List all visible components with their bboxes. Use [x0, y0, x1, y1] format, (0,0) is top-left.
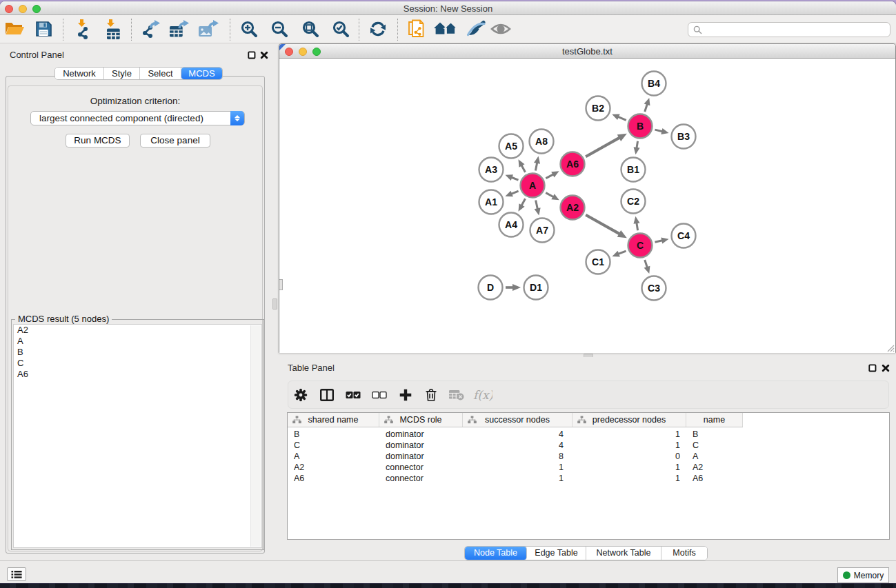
graph-node-C4[interactable]: C4: [672, 224, 696, 248]
graph-edge-A2-C[interactable]: [586, 215, 627, 238]
tab-style[interactable]: Style: [104, 68, 140, 79]
zoom-selected-icon[interactable]: [329, 17, 352, 41]
tab-select[interactable]: Select: [140, 68, 181, 79]
float-panel-icon[interactable]: [248, 51, 256, 59]
first-neighbors-icon[interactable]: [434, 17, 457, 41]
graph-node-A2[interactable]: A2: [561, 196, 585, 220]
tab-mcds[interactable]: MCDS: [181, 68, 222, 79]
mcds-result-item[interactable]: A6: [14, 369, 261, 380]
graph-edge-C-C2[interactable]: [633, 216, 639, 231]
export-image-icon[interactable]: [197, 17, 220, 41]
import-network-icon[interactable]: [71, 17, 94, 41]
run-mcds-button[interactable]: Run MCDS: [66, 134, 130, 148]
zoom-fit-icon[interactable]: [299, 17, 322, 41]
split-columns-icon[interactable]: [320, 389, 334, 401]
graph-node-B[interactable]: B: [628, 114, 653, 139]
add-column-icon[interactable]: [400, 389, 412, 401]
graph-node-A6[interactable]: A6: [561, 152, 585, 176]
close-panel-icon[interactable]: [260, 51, 268, 59]
graph-node-C1[interactable]: C1: [586, 250, 610, 274]
mcds-list-scrollbar[interactable]: [250, 325, 261, 547]
graph-node-B3[interactable]: B3: [672, 125, 696, 149]
graph-edge-B-B3[interactable]: [655, 128, 668, 134]
column-header-successor-nodes[interactable]: successor nodes: [463, 413, 573, 427]
graph-edge-A6-B[interactable]: [586, 134, 627, 156]
graph-node-A1[interactable]: A1: [479, 190, 504, 214]
hide-style-icon[interactable]: [464, 17, 488, 41]
graph-node-B2[interactable]: B2: [586, 97, 610, 121]
table-row-A6[interactable]: A6connector11A6: [288, 473, 743, 484]
graph-edge-A-A7[interactable]: [535, 201, 541, 216]
navigator-grip[interactable]: [279, 279, 283, 290]
graph-edge-A-A4[interactable]: [519, 199, 526, 211]
zoom-in-icon[interactable]: [237, 17, 261, 41]
refresh-icon[interactable]: [366, 17, 390, 41]
open-session-icon[interactable]: [3, 17, 26, 41]
import-table-icon[interactable]: [101, 17, 125, 41]
graph-node-A[interactable]: A: [521, 174, 545, 198]
tab-network-table[interactable]: Network Table: [586, 547, 661, 560]
resize-handle-icon[interactable]: [886, 344, 895, 352]
close-panel-button[interactable]: Close panel: [140, 134, 210, 148]
show-view-icon[interactable]: [489, 17, 512, 41]
zoom-out-icon[interactable]: [268, 17, 291, 41]
graph-edge-A-A6[interactable]: [546, 171, 559, 178]
deselect-all-checkbox-icon[interactable]: [372, 391, 387, 398]
clone-network-icon[interactable]: [405, 17, 428, 41]
graph-edge-A-A2[interactable]: [546, 193, 559, 201]
graph-node-B1[interactable]: B1: [621, 158, 646, 182]
column-header-shared-name[interactable]: shared name: [288, 413, 379, 427]
mcds-result-list[interactable]: A2ABCA6: [13, 324, 262, 548]
table-float-panel-icon[interactable]: [868, 364, 877, 372]
graph-edge-A-A1[interactable]: [505, 191, 518, 197]
network-graph[interactable]: B4B2BB3A8A5A6A3B1AC2A1A2A4A7C4CC1C3DD1: [279, 59, 895, 353]
graph-edge-D-D1[interactable]: [506, 284, 521, 291]
mcds-result-item[interactable]: A: [14, 336, 261, 347]
column-header-predecessor-nodes[interactable]: predecessor nodes: [573, 413, 686, 427]
graph-edge-C-C1[interactable]: [612, 251, 626, 257]
export-network-icon[interactable]: [139, 17, 163, 41]
tab-node-table[interactable]: Node Table: [465, 547, 527, 560]
tab-motifs[interactable]: Motifs: [661, 547, 707, 560]
graph-node-D[interactable]: D: [479, 276, 503, 300]
graph-node-C[interactable]: C: [628, 234, 653, 258]
mcds-result-item[interactable]: B: [14, 347, 261, 358]
export-table-icon[interactable]: [168, 17, 191, 41]
memory-button[interactable]: Memory: [837, 567, 889, 583]
mcds-result-item[interactable]: C: [14, 358, 261, 369]
graph-node-A4[interactable]: A4: [499, 213, 524, 237]
tab-network[interactable]: Network: [55, 68, 104, 79]
graph-node-A3[interactable]: A3: [479, 158, 504, 182]
graph-node-A5[interactable]: A5: [499, 134, 524, 159]
network-canvas[interactable]: B4B2BB3A8A5A6A3B1AC2A1A2A4A7C4CC1C3DD1: [279, 59, 895, 353]
table-row-A[interactable]: Adominator80A: [288, 451, 743, 462]
table-close-panel-icon[interactable]: [882, 364, 890, 372]
graph-node-A8[interactable]: A8: [530, 130, 554, 154]
column-header-MCDS-role[interactable]: MCDS role: [379, 413, 463, 427]
table-row-B[interactable]: Bdominator41B: [288, 429, 743, 440]
graph-edge-A-A5[interactable]: [519, 159, 526, 172]
select-all-checkbox-icon[interactable]: [346, 391, 361, 398]
graph-edge-C-C3[interactable]: [644, 260, 650, 274]
graph-node-A7[interactable]: A7: [530, 219, 555, 243]
table-row-C[interactable]: Cdominator41C: [288, 440, 743, 451]
delete-column-icon[interactable]: [426, 388, 437, 401]
dropdown-stepper-icon[interactable]: [230, 111, 244, 125]
mcds-result-item[interactable]: A2: [14, 325, 261, 336]
criterion-dropdown[interactable]: largest connected component (directed): [30, 111, 245, 125]
graph-edge-A-A3[interactable]: [506, 174, 519, 181]
save-session-icon[interactable]: [32, 17, 55, 41]
search-input[interactable]: [688, 22, 890, 37]
graph-edge-C-C4[interactable]: [655, 238, 668, 244]
graph-node-C2[interactable]: C2: [621, 190, 646, 214]
graph-edge-B-B2[interactable]: [612, 114, 626, 121]
graph-node-C3[interactable]: C3: [642, 276, 666, 301]
graph-node-D1[interactable]: D1: [524, 276, 548, 300]
graph-edge-B-B4[interactable]: [644, 98, 650, 112]
graph-edge-B-B1[interactable]: [634, 141, 640, 155]
task-history-button[interactable]: [7, 567, 26, 581]
table-row-A2[interactable]: A2connector11A2: [288, 462, 743, 473]
column-header-name[interactable]: name: [686, 413, 743, 427]
tab-edge-table[interactable]: Edge Table: [527, 547, 586, 560]
graph-edge-A-A8[interactable]: [534, 156, 540, 171]
